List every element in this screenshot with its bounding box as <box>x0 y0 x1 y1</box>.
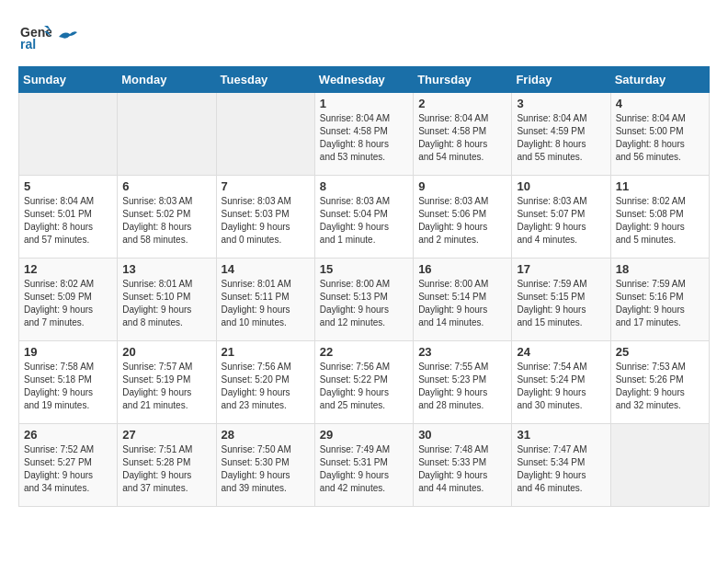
day-number: 24 <box>517 345 605 359</box>
calendar-cell: 4Sunrise: 8:04 AM Sunset: 5:00 PM Daylig… <box>610 93 709 176</box>
calendar-cell: 17Sunrise: 7:59 AM Sunset: 5:15 PM Dayli… <box>512 259 610 341</box>
day-number: 7 <box>222 179 310 193</box>
day-info: Sunrise: 7:47 AM Sunset: 5:34 PM Dayligh… <box>517 443 605 495</box>
day-info: Sunrise: 8:02 AM Sunset: 5:09 PM Dayligh… <box>24 278 112 329</box>
calendar-body: 1Sunrise: 8:04 AM Sunset: 4:58 PM Daylig… <box>19 93 710 507</box>
calendar-cell: 9Sunrise: 8:03 AM Sunset: 5:06 PM Daylig… <box>414 176 512 259</box>
calendar-cell: 14Sunrise: 8:01 AM Sunset: 5:11 PM Dayli… <box>216 259 314 341</box>
day-info: Sunrise: 7:51 AM Sunset: 5:28 PM Dayligh… <box>122 443 210 495</box>
day-info: Sunrise: 8:04 AM Sunset: 4:59 PM Dayligh… <box>517 112 605 164</box>
calendar-cell: 27Sunrise: 7:51 AM Sunset: 5:28 PM Dayli… <box>118 424 216 507</box>
day-info: Sunrise: 8:03 AM Sunset: 5:07 PM Dayligh… <box>517 195 605 247</box>
day-number: 31 <box>517 428 605 442</box>
day-info: Sunrise: 8:01 AM Sunset: 5:10 PM Dayligh… <box>122 278 210 329</box>
calendar-cell: 6Sunrise: 8:03 AM Sunset: 5:02 PM Daylig… <box>118 176 216 259</box>
day-number: 1 <box>320 97 408 110</box>
svg-text:ral: ral <box>20 37 36 52</box>
calendar-week: 12Sunrise: 8:02 AM Sunset: 5:09 PM Dayli… <box>19 259 710 341</box>
calendar-week: 19Sunrise: 7:58 AM Sunset: 5:18 PM Dayli… <box>19 341 710 424</box>
calendar-week: 1Sunrise: 8:04 AM Sunset: 4:58 PM Daylig… <box>19 93 710 176</box>
day-number: 9 <box>418 179 506 193</box>
day-info: Sunrise: 7:59 AM Sunset: 5:15 PM Dayligh… <box>517 278 605 329</box>
logo: Gene ral <box>18 18 79 52</box>
day-info: Sunrise: 7:56 AM Sunset: 5:20 PM Dayligh… <box>222 361 310 412</box>
day-number: 10 <box>517 179 605 193</box>
day-info: Sunrise: 8:00 AM Sunset: 5:13 PM Dayligh… <box>320 278 408 329</box>
day-info: Sunrise: 7:54 AM Sunset: 5:24 PM Dayligh… <box>517 361 605 412</box>
calendar-cell <box>610 424 709 507</box>
calendar-table: SundayMondayTuesdayWednesdayThursdayFrid… <box>18 66 710 507</box>
day-number: 4 <box>616 97 704 110</box>
weekday-header: Sunday <box>19 67 118 93</box>
weekday-header: Monday <box>118 67 216 93</box>
day-info: Sunrise: 7:53 AM Sunset: 5:26 PM Dayligh… <box>616 361 704 412</box>
calendar-week: 5Sunrise: 8:04 AM Sunset: 5:01 PM Daylig… <box>19 176 710 259</box>
day-number: 2 <box>418 97 506 110</box>
calendar-cell: 8Sunrise: 8:03 AM Sunset: 5:04 PM Daylig… <box>314 176 413 259</box>
calendar-cell: 20Sunrise: 7:57 AM Sunset: 5:19 PM Dayli… <box>118 341 216 424</box>
day-info: Sunrise: 7:56 AM Sunset: 5:22 PM Dayligh… <box>320 361 408 412</box>
day-info: Sunrise: 7:59 AM Sunset: 5:16 PM Dayligh… <box>616 278 704 329</box>
day-info: Sunrise: 8:00 AM Sunset: 5:14 PM Dayligh… <box>418 278 506 329</box>
day-number: 19 <box>24 345 112 359</box>
logo-bird-icon <box>57 29 77 45</box>
weekday-header: Thursday <box>414 67 512 93</box>
day-number: 18 <box>616 262 704 276</box>
day-info: Sunrise: 7:57 AM Sunset: 5:19 PM Dayligh… <box>122 361 210 412</box>
calendar-cell: 25Sunrise: 7:53 AM Sunset: 5:26 PM Dayli… <box>610 341 709 424</box>
day-info: Sunrise: 7:52 AM Sunset: 5:27 PM Dayligh… <box>24 443 112 495</box>
calendar-cell: 29Sunrise: 7:49 AM Sunset: 5:31 PM Dayli… <box>314 424 413 507</box>
calendar-cell: 16Sunrise: 8:00 AM Sunset: 5:14 PM Dayli… <box>414 259 512 341</box>
calendar-cell: 28Sunrise: 7:50 AM Sunset: 5:30 PM Dayli… <box>216 424 314 507</box>
day-number: 12 <box>24 262 112 276</box>
page-header: Gene ral <box>18 18 710 52</box>
calendar-cell: 15Sunrise: 8:00 AM Sunset: 5:13 PM Dayli… <box>314 259 413 341</box>
calendar-cell: 31Sunrise: 7:47 AM Sunset: 5:34 PM Dayli… <box>512 424 610 507</box>
day-number: 16 <box>418 262 506 276</box>
calendar-cell: 23Sunrise: 7:55 AM Sunset: 5:23 PM Dayli… <box>414 341 512 424</box>
calendar-cell: 3Sunrise: 8:04 AM Sunset: 4:59 PM Daylig… <box>512 93 610 176</box>
day-info: Sunrise: 8:04 AM Sunset: 5:01 PM Dayligh… <box>24 195 112 247</box>
day-number: 25 <box>616 345 704 359</box>
day-number: 28 <box>222 428 310 442</box>
day-info: Sunrise: 7:48 AM Sunset: 5:33 PM Dayligh… <box>418 443 506 495</box>
calendar-cell: 18Sunrise: 7:59 AM Sunset: 5:16 PM Dayli… <box>610 259 709 341</box>
weekday-header: Tuesday <box>216 67 314 93</box>
day-number: 29 <box>320 428 408 442</box>
calendar-cell: 12Sunrise: 8:02 AM Sunset: 5:09 PM Dayli… <box>19 259 118 341</box>
calendar-cell: 2Sunrise: 8:04 AM Sunset: 4:58 PM Daylig… <box>414 93 512 176</box>
day-info: Sunrise: 8:04 AM Sunset: 4:58 PM Dayligh… <box>320 112 408 164</box>
calendar-cell: 22Sunrise: 7:56 AM Sunset: 5:22 PM Dayli… <box>314 341 413 424</box>
day-number: 17 <box>517 262 605 276</box>
day-number: 6 <box>122 179 210 193</box>
day-number: 26 <box>24 428 112 442</box>
day-info: Sunrise: 7:49 AM Sunset: 5:31 PM Dayligh… <box>320 443 408 495</box>
calendar-cell: 11Sunrise: 8:02 AM Sunset: 5:08 PM Dayli… <box>610 176 709 259</box>
day-number: 21 <box>222 345 310 359</box>
logo-icon: Gene ral <box>18 18 51 52</box>
weekday-header: Saturday <box>610 67 709 93</box>
calendar-cell: 26Sunrise: 7:52 AM Sunset: 5:27 PM Dayli… <box>19 424 118 507</box>
day-info: Sunrise: 8:01 AM Sunset: 5:11 PM Dayligh… <box>222 278 310 329</box>
day-info: Sunrise: 8:02 AM Sunset: 5:08 PM Dayligh… <box>616 195 704 247</box>
day-number: 23 <box>418 345 506 359</box>
day-info: Sunrise: 8:03 AM Sunset: 5:06 PM Dayligh… <box>418 195 506 247</box>
calendar-cell: 13Sunrise: 8:01 AM Sunset: 5:10 PM Dayli… <box>118 259 216 341</box>
calendar-cell <box>118 93 216 176</box>
day-info: Sunrise: 8:03 AM Sunset: 5:02 PM Dayligh… <box>122 195 210 247</box>
day-number: 22 <box>320 345 408 359</box>
calendar-header: SundayMondayTuesdayWednesdayThursdayFrid… <box>19 67 710 93</box>
day-number: 8 <box>320 179 408 193</box>
calendar-cell: 24Sunrise: 7:54 AM Sunset: 5:24 PM Dayli… <box>512 341 610 424</box>
calendar-cell: 1Sunrise: 8:04 AM Sunset: 4:58 PM Daylig… <box>314 93 413 176</box>
calendar-cell: 19Sunrise: 7:58 AM Sunset: 5:18 PM Dayli… <box>19 341 118 424</box>
day-info: Sunrise: 8:04 AM Sunset: 5:00 PM Dayligh… <box>616 112 704 164</box>
day-info: Sunrise: 7:55 AM Sunset: 5:23 PM Dayligh… <box>418 361 506 412</box>
weekday-header: Wednesday <box>314 67 413 93</box>
day-number: 14 <box>222 262 310 276</box>
day-number: 11 <box>616 179 704 193</box>
day-info: Sunrise: 7:50 AM Sunset: 5:30 PM Dayligh… <box>222 443 310 495</box>
day-info: Sunrise: 7:58 AM Sunset: 5:18 PM Dayligh… <box>24 361 112 412</box>
day-number: 3 <box>517 97 605 110</box>
day-info: Sunrise: 8:03 AM Sunset: 5:03 PM Dayligh… <box>222 195 310 247</box>
